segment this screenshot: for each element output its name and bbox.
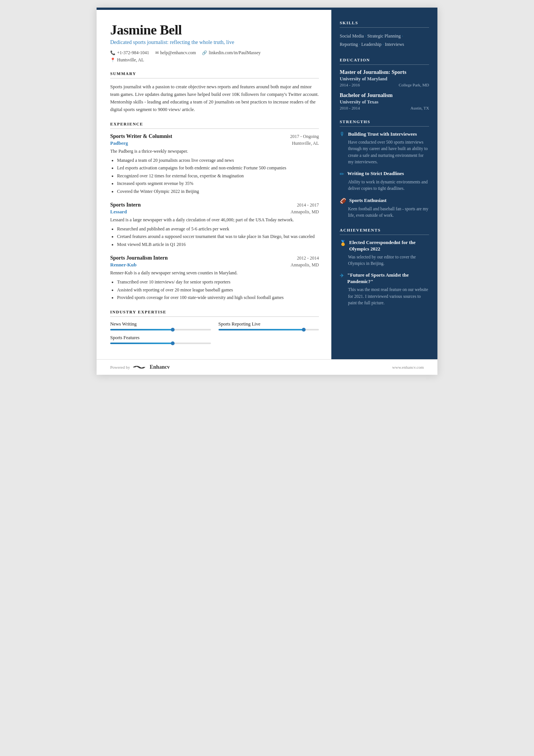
resume-body: Jasmine Bell Dedicated sports journalist… (97, 10, 437, 359)
edu-meta-1: 2014 - 2016 College Park, MD (340, 83, 429, 87)
email-contact: ✉ help@enhancv.com (155, 50, 196, 56)
footer-left: Powered by Enhancv (110, 364, 170, 370)
footer: Powered by Enhancv www.enhancv.com (97, 359, 437, 375)
skill-1: Social Media (340, 33, 364, 39)
microphone-icon: 🎙 (340, 131, 345, 138)
expertise-label-1: News Writing (110, 321, 211, 327)
edu-location-1: College Park, MD (399, 83, 429, 87)
location-contact: 📍 Huntsville, AL (110, 57, 144, 63)
enhancv-name: Enhancv (150, 364, 170, 370)
bullet-1-2: Led esports activation campaigns for bot… (117, 164, 319, 172)
bullet-3-1: Transcribed over 10 interviews/ day for … (117, 278, 319, 286)
exp-location-2: Annapolis, MD (290, 209, 319, 215)
exp-item-3: Sports Journalism Intern 2012 - 2014 Ren… (110, 255, 319, 301)
exp-bullets-3: Transcribed over 10 interviews/ day for … (110, 278, 319, 301)
resume-container: Jasmine Bell Dedicated sports journalist… (97, 8, 437, 375)
strength-title-1: Building Trust with Interviewees (348, 131, 417, 138)
candidate-name: Jasmine Bell (110, 22, 319, 38)
summary-divider (110, 78, 319, 78)
edu-years-2: 2010 - 2014 (340, 106, 360, 110)
strength-header-3: 🏈 Sports Enthusiast (340, 197, 429, 204)
edu-item-2: Bachelor of Journalism University of Tex… (340, 92, 429, 110)
summary-section: SUMMARY Sports journalist with a passion… (110, 71, 319, 113)
exp-dates-3: 2012 - 2014 (297, 255, 319, 261)
strengths-section: STRENGTHS 🎙 Building Trust with Intervie… (340, 119, 429, 219)
contact-row-2: 📍 Huntsville, AL (110, 57, 319, 63)
phone-contact: 📞 +1-372-984-1041 (110, 50, 149, 56)
bar-thumb-1 (171, 328, 175, 332)
expertise-title: INDUSTRY EXPERTISE (110, 310, 319, 314)
achievement-title-2: "Future of Sports Amidst the Pandemic?" (347, 272, 429, 285)
expertise-section: INDUSTRY EXPERTISE News Writing Sports R… (110, 310, 319, 344)
achievement-header-2: ✈ "Future of Sports Amidst the Pandemic?… (340, 272, 429, 285)
edu-years-1: 2014 - 2016 (340, 83, 360, 87)
achievement-item-2: ✈ "Future of Sports Amidst the Pandemic?… (340, 272, 429, 306)
paper-plane-icon: ✈ (340, 272, 344, 279)
exp-title-2: Sports Intern (110, 202, 141, 208)
exp-header-1: Sports Writer & Columnist 2017 - Ongoing (110, 133, 319, 139)
achievements-divider (340, 235, 429, 235)
bullet-3-3: Provided sports coverage for over 100 st… (117, 294, 319, 301)
strength-item-3: 🏈 Sports Enthusiast Keen football and ba… (340, 197, 429, 219)
exp-bullets-1: Managed a team of 20 journalists across … (110, 157, 319, 195)
edu-school-1: University of Maryland (340, 76, 429, 82)
skill-3: Reporting (340, 42, 358, 47)
football-icon: 🏈 (340, 198, 346, 204)
phone-value: +1-372-984-1041 (117, 50, 149, 56)
phone-icon: 📞 (110, 50, 116, 55)
strength-title-3: Sports Enthusiast (349, 197, 387, 204)
bar-track-3 (110, 343, 211, 344)
skills-title: SKILLS (340, 20, 429, 25)
exp-desc-2: Lessard is a large newspaper with a dail… (110, 216, 319, 223)
skill-dot-2: · (401, 33, 403, 39)
achievement-desc-1: Was selected by our editor to cover the … (340, 254, 429, 267)
enhancv-logo-icon (132, 364, 147, 370)
header-section: Jasmine Bell Dedicated sports journalist… (110, 22, 319, 63)
powered-by-label: Powered by (110, 365, 130, 369)
strengths-title: STRENGTHS (340, 119, 429, 124)
email-icon: ✉ (155, 50, 159, 55)
bar-thumb-2 (302, 328, 306, 332)
experience-divider (110, 128, 319, 129)
footer-website: www.enhancv.com (392, 365, 424, 369)
exp-location-1: Huntsville, AL (292, 141, 319, 146)
edu-item-1: Master of Journalism: Sports University … (340, 69, 429, 87)
strength-item-1: 🎙 Building Trust with Interviewees Have … (340, 131, 429, 165)
left-column: Jasmine Bell Dedicated sports journalist… (97, 10, 331, 359)
summary-title: SUMMARY (110, 71, 319, 76)
edu-school-2: University of Texas (340, 99, 429, 105)
strength-header-2: ✏ Writing to Strict Deadlines (340, 171, 429, 177)
edu-location-2: Austin, TX (411, 106, 429, 110)
exp-desc-1: The Padberg is a thrice-weekly newspaper… (110, 148, 319, 155)
exp-sub-1: Padberg Huntsville, AL (110, 140, 319, 146)
location-value: Huntsville, AL (117, 57, 144, 63)
strength-desc-3: Keen football and baseball fan - sports … (340, 206, 429, 219)
location-icon: 📍 (110, 58, 116, 63)
bar-track-2 (219, 329, 319, 330)
edu-degree-1: Master of Journalism: Sports (340, 69, 429, 75)
achievement-title-1: Elected Correspondednt for the Olympics … (349, 239, 429, 252)
bar-thumb-3 (171, 341, 175, 345)
bullet-2-2: Cretaed features around a supposed socce… (117, 233, 319, 240)
exp-bullets-2: Researched and published an average of 5… (110, 225, 319, 248)
skills-text: Social Media · Strategic Planning ·Repor… (340, 32, 429, 49)
skill-dot-3: · (358, 42, 361, 47)
expertise-item-3: Sports Features (110, 335, 211, 344)
linkedin-contact: 🔗 linkedin.com/in/PaulMassey (202, 50, 261, 56)
right-column: SKILLS Social Media · Strategic Planning… (331, 10, 437, 359)
bullet-1-3: Recognized over 12 times for external fo… (117, 172, 319, 180)
education-divider (340, 64, 429, 65)
exp-sub-2: Lessard Annapolis, MD (110, 209, 319, 215)
skill-dot-1: · (364, 33, 367, 39)
bar-fill-1 (110, 329, 173, 330)
expertise-divider (110, 316, 319, 317)
contact-row-1: 📞 +1-372-984-1041 ✉ help@enhancv.com 🔗 l… (110, 50, 319, 56)
exp-desc-3: Renner-Kub is a daily newspaper serving … (110, 269, 319, 276)
achievements-title: ACHIEVEMENTS (340, 228, 429, 232)
strength-desc-2: Ability to work in dynamic environments … (340, 179, 429, 192)
exp-sub-3: Renner-Kub Annapolis, MD (110, 262, 319, 268)
bar-track-1 (110, 329, 211, 330)
bullet-2-3: Most viewed MLB article in Q1 2016 (117, 241, 319, 248)
candidate-tagline: Dedicated sports journalist: reflecting … (110, 39, 319, 45)
bar-fill-2 (219, 329, 304, 330)
